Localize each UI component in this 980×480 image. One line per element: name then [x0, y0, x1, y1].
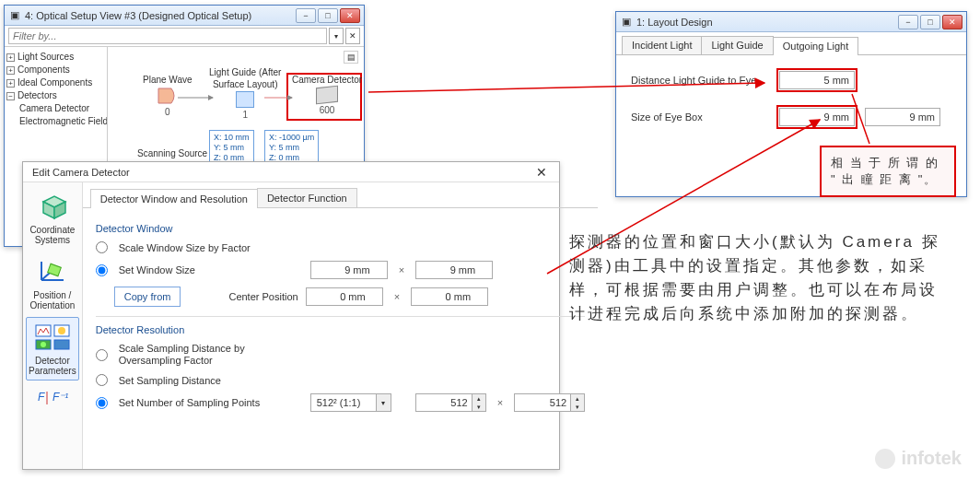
svg-point-8	[58, 327, 65, 334]
close-icon[interactable]: ✕	[528, 165, 555, 180]
watermark: infotek	[875, 448, 962, 469]
layout-form: Distance Light Guide to Eye 5 mm Size of…	[616, 55, 966, 155]
chart-grid-icon	[34, 322, 71, 353]
minimize-button[interactable]: −	[296, 8, 316, 23]
block-light-guide[interactable]: Light Guide (After Surface Layout) 1	[209, 67, 281, 120]
opt-set-window: Set Window Size 9 mm × 9 mm	[96, 261, 585, 279]
dropdown-icon[interactable]: ▾	[329, 28, 344, 44]
optical-title: 4: Optical Setup View #3 (Designed Optic…	[25, 10, 296, 21]
axes-icon	[34, 256, 71, 287]
tree-em-field[interactable]: Electromagnetic Field D	[6, 115, 105, 128]
cube-icon	[34, 191, 71, 222]
tools-icon[interactable]: ▤	[344, 51, 358, 64]
eyebox-highlight: 9 mm	[776, 105, 858, 129]
filter-input[interactable]	[8, 28, 327, 44]
opt-set-sampling: Set Sampling Distance	[96, 374, 585, 386]
tree-ideal-components[interactable]: +Ideal Components	[6, 76, 105, 89]
svg-rect-11	[54, 340, 69, 349]
tab-detector-function[interactable]: Detector Function	[257, 188, 357, 207]
svg-text:F: F	[38, 391, 45, 404]
collapse-icon[interactable]: −	[6, 92, 15, 100]
layout-title: 1: Layout Design	[636, 17, 898, 28]
radio-scale-sampling[interactable]	[96, 349, 108, 361]
eyebox-height-input[interactable]: 9 mm	[865, 108, 940, 126]
sampling-x-spinner[interactable]: 512 ▴▾	[415, 393, 486, 412]
rect-shape-icon	[236, 91, 254, 108]
opt-set-number: Set Number of Sampling Points 512² (1:1)…	[96, 393, 585, 412]
layout-tabstrip: Incident Light Light Guide Outgoing Ligh…	[616, 32, 966, 55]
close-button[interactable]: ✕	[340, 8, 360, 23]
tab-outgoing-light[interactable]: Outgoing Light	[773, 37, 859, 55]
maximize-button[interactable]: □	[318, 8, 338, 23]
tab-light-guide[interactable]: Light Guide	[701, 36, 773, 54]
edit-camera-detector-window: Edit Camera Detector ✕ Coordinate System…	[22, 161, 560, 470]
edit-panel: Detector Window Scale Window Size by Fac…	[83, 208, 598, 428]
side-item-next[interactable]: FF⁻¹	[26, 382, 79, 406]
ft-icon: FF⁻¹	[34, 387, 71, 406]
sampling-y-spinner[interactable]: 512 ▴▾	[514, 393, 585, 412]
window-icon: ▣	[620, 16, 633, 29]
distance-label: Distance Light Guide to Eye	[631, 75, 769, 86]
tree-light-sources[interactable]: +Light Sources	[6, 51, 105, 64]
times-icon: ×	[497, 397, 503, 408]
svg-rect-5	[47, 263, 61, 276]
watermark-icon	[875, 449, 895, 469]
block-plane-wave[interactable]: Plane Wave 0	[143, 75, 192, 117]
callout-eye-relief: 相 当 于 所 谓 的 " 出 瞳 距 离 "。	[820, 146, 956, 197]
close-button[interactable]: ✕	[942, 15, 962, 29]
tree-components[interactable]: +Components	[6, 64, 105, 76]
side-coordinate-systems[interactable]: Coordinate Systems	[26, 186, 79, 250]
expand-icon[interactable]: +	[6, 53, 15, 62]
optical-titlebar[interactable]: ▣ 4: Optical Setup View #3 (Designed Opt…	[5, 6, 364, 26]
tree-detectors[interactable]: −Detectors	[6, 89, 105, 102]
row-copy-center: Copy from Center Position 0 mm × 0 mm	[96, 287, 585, 307]
spin-down-icon[interactable]: ▾	[472, 403, 485, 411]
sampling-combo[interactable]: 512² (1:1) ▾	[310, 393, 391, 412]
edit-main: Detector Window and Resolution Detector …	[83, 182, 598, 469]
expand-icon[interactable]: +	[6, 79, 15, 88]
source-shape-icon	[157, 87, 179, 105]
maximize-button[interactable]: □	[920, 15, 940, 29]
window-height-input[interactable]: 9 mm	[415, 261, 493, 279]
camera-shape-icon	[316, 86, 338, 105]
tree-camera-detector[interactable]: Camera Detector	[6, 102, 105, 115]
row-eyebox: Size of Eye Box 9 mm 9 mm	[631, 105, 951, 129]
center-y-input[interactable]: 0 mm	[411, 287, 488, 306]
group-detector-resolution: Detector Resolution	[96, 324, 585, 335]
radio-set-number[interactable]	[96, 397, 108, 409]
spin-down-icon[interactable]: ▾	[571, 403, 584, 411]
times-icon: ×	[394, 291, 400, 302]
clear-icon[interactable]: ✕	[345, 28, 360, 44]
radio-scale-factor[interactable]	[96, 241, 108, 253]
radio-set-sampling[interactable]	[96, 374, 108, 386]
eyebox-width-input[interactable]: 9 mm	[779, 108, 855, 126]
eyebox-label: Size of Eye Box	[631, 111, 769, 123]
window-width-input[interactable]: 9 mm	[310, 261, 388, 279]
layout-titlebar[interactable]: ▣ 1: Layout Design − □ ✕	[616, 12, 966, 32]
times-icon: ×	[399, 264, 404, 275]
tab-incident-light[interactable]: Incident Light	[622, 36, 702, 54]
spin-up-icon[interactable]: ▴	[571, 394, 584, 403]
opt-scale-sampling: Scale Sampling Distance by Oversampling …	[96, 343, 585, 367]
edit-titlebar[interactable]: Edit Camera Detector ✕	[23, 162, 559, 182]
side-detector-parameters[interactable]: Detector Parameters	[26, 317, 79, 380]
side-position-orientation[interactable]: Position / Orientation	[26, 252, 79, 315]
edit-title: Edit Camera Detector	[27, 167, 528, 178]
center-position-label: Center Position	[228, 291, 298, 302]
tab-window-resolution[interactable]: Detector Window and Resolution	[90, 189, 258, 208]
minimize-button[interactable]: −	[898, 15, 918, 29]
description-text: 探测器的位置和窗口大小(默认为 Camera 探测器)由工具中的设置指定。其他参…	[569, 230, 952, 326]
copy-from-button[interactable]: Copy from	[114, 287, 181, 307]
edit-tabstrip: Detector Window and Resolution Detector …	[83, 182, 598, 208]
filter-bar: ▾ ✕	[5, 26, 364, 47]
svg-rect-6	[36, 325, 51, 336]
chevron-down-icon[interactable]: ▾	[376, 394, 391, 411]
spin-up-icon[interactable]: ▴	[472, 394, 485, 403]
radio-set-window[interactable]	[96, 264, 108, 276]
expand-icon[interactable]: +	[6, 66, 15, 75]
opt-scale-factor: Scale Window Size by Factor	[96, 241, 585, 253]
center-x-input[interactable]: 0 mm	[306, 287, 383, 306]
row-distance: Distance Light Guide to Eye 5 mm	[631, 68, 951, 92]
block-camera-detector[interactable]: Camera Detector 600	[292, 75, 362, 115]
distance-input[interactable]: 5 mm	[779, 71, 855, 89]
